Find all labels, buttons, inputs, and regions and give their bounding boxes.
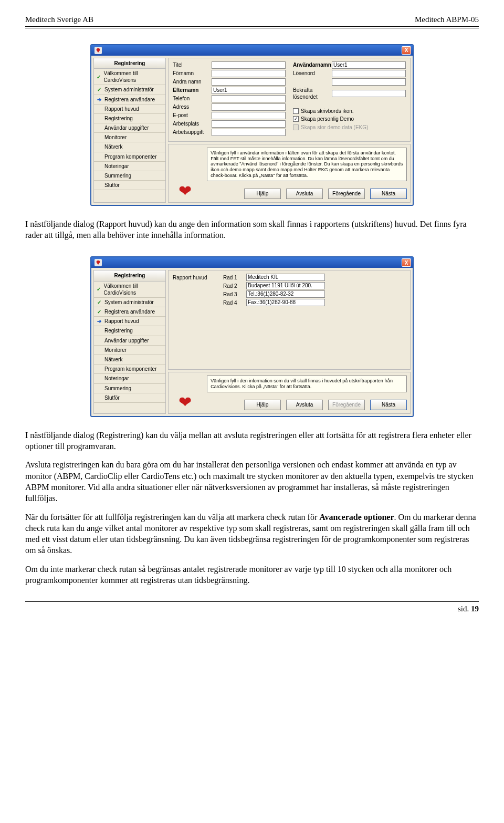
- page-header: Meditech Sverige AB Meditech ABPM-05: [25, 15, 479, 25]
- spacer: [173, 299, 223, 306]
- next-button[interactable]: Nästa: [370, 189, 407, 199]
- blank-icon: [96, 327, 102, 334]
- blank-icon: [96, 106, 102, 112]
- sidebar-item-label: Monitorer: [104, 134, 127, 141]
- para-2: I nästföljande dialog (Registrering) kan…: [25, 430, 479, 452]
- header-rule-2: [25, 28, 479, 28]
- sidebar-item[interactable]: Noteringar: [94, 162, 165, 171]
- form-label: Adress: [173, 103, 212, 110]
- prev-button[interactable]: Föregående: [328, 189, 365, 199]
- close-icon[interactable]: X: [402, 46, 411, 55]
- checkbox-row[interactable]: ✓Skapa personlig Demo: [293, 116, 406, 122]
- text-input[interactable]: [212, 70, 286, 77]
- sidebar-item[interactable]: Nätverk: [94, 142, 165, 152]
- close-icon[interactable]: X: [402, 258, 411, 267]
- cancel-button[interactable]: Avsluta: [286, 189, 323, 199]
- sidebar-item[interactable]: Program komponenter: [94, 152, 165, 162]
- checkbox-icon[interactable]: [293, 108, 299, 114]
- text-input[interactable]: User1: [212, 87, 286, 94]
- sidebar-item[interactable]: ✓System administratör: [94, 298, 165, 307]
- sidebar-item[interactable]: Nätverk: [94, 355, 165, 364]
- sidebar-item[interactable]: ✓Registrera användare: [94, 307, 165, 317]
- form-label: Lösenord: [293, 70, 332, 77]
- sidebar-item-label: Registrera användare: [104, 308, 155, 315]
- checkbox-icon[interactable]: ✓: [293, 116, 299, 122]
- blank-icon: [96, 385, 102, 392]
- text-input[interactable]: Meditech Kft.: [246, 274, 325, 281]
- sidebar-item[interactable]: Rapport huvud: [94, 105, 165, 114]
- cancel-button[interactable]: Avsluta: [286, 400, 323, 410]
- sidebar-item-label: Välkommen till CardioVisions: [104, 283, 163, 296]
- sidebar-item[interactable]: Registrering: [94, 114, 165, 123]
- text-input[interactable]: Fax.:36(1)282-90-88: [246, 299, 325, 306]
- sidebar-item[interactable]: Summering: [94, 384, 165, 393]
- sidebar-item-label: Summering: [104, 385, 131, 392]
- form-label: Efternamn: [173, 87, 212, 93]
- text-input[interactable]: Tel.:36(1)280-82-32: [246, 290, 325, 298]
- sidebar-item[interactable]: Monitorer: [94, 346, 165, 355]
- sidebar-item[interactable]: Program komponenter: [94, 364, 165, 374]
- sidebar-title: Registrering: [94, 270, 165, 281]
- sidebar-item[interactable]: Noteringar: [94, 374, 165, 383]
- sidebar-item[interactable]: Användar uppgifter: [94, 123, 165, 133]
- sidebar-item[interactable]: Registrering: [94, 326, 165, 336]
- sidebar-item-label: Rapport huvud: [104, 318, 139, 325]
- text-input[interactable]: [212, 103, 286, 111]
- sidebar-item[interactable]: Slutför: [94, 393, 165, 403]
- prev-button: Föregående: [328, 400, 365, 410]
- titlebar: X: [91, 45, 413, 56]
- section-label: Rapport huvud: [173, 274, 223, 281]
- text-input[interactable]: [212, 95, 286, 102]
- hint-bubble: Vänligen fyll i den information som du v…: [207, 376, 407, 392]
- blank-icon: [96, 337, 102, 344]
- sidebar-item[interactable]: Monitorer: [94, 133, 165, 142]
- checkbox-icon: [293, 124, 299, 130]
- text-input[interactable]: Budapest 1191 Üllői út 200.: [246, 282, 325, 289]
- sidebar-item[interactable]: ✓Välkommen till CardioVisions: [94, 69, 165, 85]
- text-input[interactable]: [212, 112, 286, 119]
- sidebar-item[interactable]: Summering: [94, 171, 165, 181]
- window-registrera-anvandare: X Registrering ✓Välkommen till CardioVis…: [90, 44, 414, 206]
- blank-icon: [96, 124, 102, 131]
- sidebar-item-label: Monitorer: [104, 347, 127, 353]
- para-1: I nästföljande dialog (Rapport huvud) ka…: [25, 218, 479, 241]
- checkbox-row[interactable]: Skapa skrivbords ikon.: [293, 108, 406, 114]
- spacer: [173, 283, 223, 289]
- text-input[interactable]: [212, 129, 286, 136]
- text-input[interactable]: [332, 90, 406, 97]
- sidebar-item-label: Nätverk: [104, 356, 122, 363]
- sidebar-item[interactable]: ✓Välkommen till CardioVisions: [94, 282, 165, 298]
- app-icon: [94, 47, 102, 54]
- sidebar-item-label: Program komponenter: [104, 366, 157, 372]
- check-icon: ✓: [96, 308, 102, 315]
- para-5: Om du inte markerar check rutan så begrä…: [25, 564, 479, 586]
- blank-icon: [96, 143, 102, 150]
- text-input[interactable]: [212, 120, 286, 128]
- sidebar-item[interactable]: Slutför: [94, 181, 165, 190]
- text-input[interactable]: [332, 70, 406, 77]
- screenshot-1: X Registrering ✓Välkommen till CardioVis…: [25, 44, 479, 206]
- form-label: Användarnamn: [293, 61, 332, 68]
- sidebar-item[interactable]: Användar uppgifter: [94, 336, 165, 346]
- text-input[interactable]: [212, 78, 286, 86]
- sidebar-item[interactable]: ✓System administratör: [94, 85, 165, 95]
- blank-icon: [96, 182, 102, 189]
- blank-icon: [96, 134, 102, 141]
- sidebar-item-label: Noteringar: [104, 375, 129, 382]
- sidebar-item[interactable]: ➔Registrera användare: [94, 95, 165, 105]
- sidebar-item-label: Noteringar: [104, 163, 129, 170]
- text-input[interactable]: [332, 78, 406, 86]
- blank-icon: [96, 356, 102, 363]
- sidebar-item[interactable]: ➔Rapport huvud: [94, 317, 165, 326]
- help-button[interactable]: Hjälp: [244, 189, 281, 199]
- text-input[interactable]: User1: [332, 61, 406, 69]
- text-input[interactable]: [212, 61, 286, 69]
- check-icon: ✓: [96, 86, 102, 93]
- sidebar-item-label: Registrera användare: [104, 96, 155, 103]
- form-label: Titel: [173, 61, 212, 68]
- help-button[interactable]: Hjälp: [244, 400, 281, 410]
- blank-icon: [96, 366, 102, 372]
- app-icon: [94, 259, 102, 266]
- next-button[interactable]: Nästa: [370, 400, 407, 410]
- row-label: Rad 3: [223, 291, 246, 298]
